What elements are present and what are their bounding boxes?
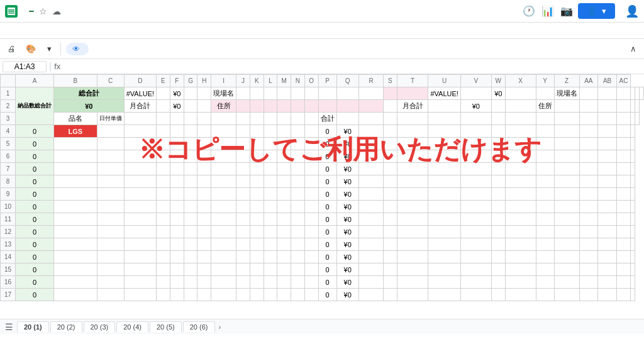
- table-cell[interactable]: [236, 100, 250, 113]
- table-cell[interactable]: [124, 175, 156, 188]
- table-cell[interactable]: [277, 289, 291, 301]
- table-cell[interactable]: [211, 201, 236, 213]
- table-cell[interactable]: [536, 113, 554, 125]
- table-cell[interactable]: [250, 238, 264, 251]
- table-cell[interactable]: [536, 251, 554, 263]
- table-cell[interactable]: [264, 263, 277, 276]
- table-cell[interactable]: ¥0: [336, 213, 358, 226]
- table-cell[interactable]: [264, 251, 277, 263]
- table-cell[interactable]: [358, 263, 383, 276]
- table-cell[interactable]: [211, 175, 236, 188]
- table-cell[interactable]: 0: [318, 213, 336, 226]
- table-cell[interactable]: [291, 263, 305, 276]
- table-cell[interactable]: [358, 201, 383, 213]
- table-cell[interactable]: [277, 226, 291, 238]
- table-cell[interactable]: [124, 276, 156, 289]
- table-cell[interactable]: ¥0: [460, 100, 491, 113]
- table-cell[interactable]: [97, 163, 124, 175]
- table-cell[interactable]: [157, 125, 170, 138]
- table-cell[interactable]: [124, 251, 156, 263]
- table-cell[interactable]: [157, 188, 170, 201]
- table-cell[interactable]: [579, 138, 598, 150]
- col-header-z[interactable]: Z: [554, 75, 579, 87]
- sheet-tab-1[interactable]: 20 (1): [17, 321, 49, 332]
- table-cell[interactable]: [460, 226, 491, 238]
- table-cell[interactable]: [291, 188, 305, 201]
- table-cell[interactable]: [505, 289, 536, 301]
- table-cell[interactable]: [358, 213, 383, 226]
- table-cell[interactable]: [428, 213, 460, 226]
- table-cell[interactable]: [236, 150, 250, 163]
- col-header-g[interactable]: G: [184, 75, 197, 87]
- table-cell[interactable]: [631, 175, 635, 188]
- table-cell[interactable]: [554, 201, 579, 213]
- table-cell[interactable]: [491, 188, 505, 201]
- table-cell[interactable]: [291, 226, 305, 238]
- table-cell[interactable]: [460, 251, 491, 263]
- table-cell[interactable]: [211, 289, 236, 301]
- table-cell[interactable]: [277, 263, 291, 276]
- table-cell[interactable]: [616, 113, 630, 125]
- menu-help[interactable]: [93, 30, 103, 32]
- table-cell[interactable]: [384, 238, 397, 251]
- table-cell[interactable]: [384, 87, 397, 100]
- cell-b2[interactable]: ¥0: [54, 100, 125, 113]
- table-cell[interactable]: [536, 163, 554, 175]
- table-cell[interactable]: [197, 100, 211, 113]
- table-cell[interactable]: [536, 289, 554, 301]
- table-cell[interactable]: [250, 213, 264, 226]
- table-cell[interactable]: [460, 87, 491, 100]
- table-cell[interactable]: [491, 263, 505, 276]
- table-cell[interactable]: [264, 289, 277, 301]
- table-cell[interactable]: [197, 113, 211, 125]
- table-cell[interactable]: [384, 263, 397, 276]
- table-cell[interactable]: [491, 226, 505, 238]
- table-cell[interactable]: [211, 125, 236, 138]
- table-cell[interactable]: [170, 188, 184, 201]
- table-cell[interactable]: [505, 276, 536, 289]
- table-cell[interactable]: [197, 238, 211, 251]
- table-cell[interactable]: [536, 150, 554, 163]
- table-cell[interactable]: [250, 263, 264, 276]
- table-cell[interactable]: [491, 276, 505, 289]
- table-cell[interactable]: [505, 263, 536, 276]
- table-cell[interactable]: [397, 188, 428, 201]
- table-cell[interactable]: [460, 289, 491, 301]
- sheet-tab-2[interactable]: 20 (2): [50, 321, 82, 332]
- table-cell[interactable]: [211, 263, 236, 276]
- table-cell[interactable]: [579, 263, 598, 276]
- table-cell[interactable]: [97, 138, 124, 150]
- table-cell[interactable]: [554, 125, 579, 138]
- table-cell[interactable]: [616, 138, 630, 150]
- table-cell[interactable]: [460, 276, 491, 289]
- table-cell[interactable]: [358, 238, 383, 251]
- table-cell[interactable]: [336, 113, 358, 125]
- sheet-tab-3[interactable]: 20 (3): [84, 321, 116, 332]
- table-cell[interactable]: [579, 113, 598, 125]
- cell-c3[interactable]: 日付単価: [97, 113, 124, 125]
- table-cell[interactable]: #VALUE!: [428, 87, 460, 100]
- table-cell[interactable]: [598, 138, 617, 150]
- table-cell[interactable]: [358, 113, 383, 125]
- table-cell[interactable]: [236, 138, 250, 150]
- tab-arrow-right[interactable]: ›: [219, 323, 221, 331]
- table-cell[interactable]: [491, 251, 505, 263]
- table-cell[interactable]: [211, 238, 236, 251]
- table-cell[interactable]: [97, 238, 124, 251]
- table-cell[interactable]: [598, 276, 617, 289]
- table-cell[interactable]: [428, 188, 460, 201]
- col-header-k[interactable]: K: [250, 75, 264, 87]
- table-cell[interactable]: [631, 150, 635, 163]
- table-cell[interactable]: [536, 276, 554, 289]
- table-cell[interactable]: [304, 188, 318, 201]
- table-cell[interactable]: [197, 150, 211, 163]
- table-cell[interactable]: [616, 263, 630, 276]
- table-cell[interactable]: ¥0: [336, 238, 358, 251]
- table-cell[interactable]: [54, 201, 97, 213]
- table-cell[interactable]: [124, 263, 156, 276]
- table-cell[interactable]: [358, 276, 383, 289]
- table-cell[interactable]: [197, 276, 211, 289]
- table-cell[interactable]: [236, 188, 250, 201]
- table-cell[interactable]: [428, 163, 460, 175]
- table-cell[interactable]: [616, 238, 630, 251]
